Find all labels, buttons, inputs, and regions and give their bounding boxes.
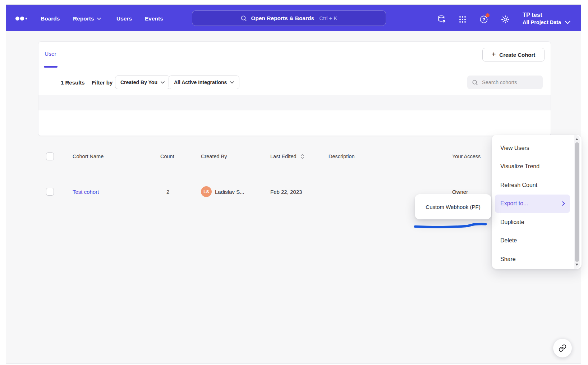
- row-checkbox[interactable]: [46, 188, 54, 196]
- avatar: LS: [201, 186, 212, 197]
- table-row: Test cohort 2 LS Ladislav S... Feb 22, 2…: [38, 110, 551, 136]
- link-icon: [559, 344, 566, 352]
- logo-dot: [15, 17, 19, 20]
- column-count: Count: [160, 154, 174, 159]
- nav-events[interactable]: Events: [145, 15, 163, 22]
- column-created-by: Created By: [201, 154, 227, 159]
- global-search-bar[interactable]: Open Reports & Boards Ctrl + K: [192, 10, 386, 26]
- toolbar-divider: [86, 77, 86, 87]
- chevron-right-icon: [562, 201, 565, 206]
- select-all-checkbox[interactable]: [46, 152, 54, 160]
- scroll-down-arrow[interactable]: [575, 264, 578, 266]
- create-cohort-button[interactable]: + Create Cohort: [482, 48, 545, 61]
- project-name: TP test: [523, 11, 561, 19]
- menu-item-view-users[interactable]: View Users: [492, 139, 574, 158]
- menu-item-visualize-trend[interactable]: Visualize Trend: [492, 158, 574, 176]
- project-scope: All Project Data: [523, 19, 561, 26]
- copy-link-button[interactable]: [553, 339, 572, 357]
- cohorts-card: User + Create Cohort 1 Results Filter by…: [38, 41, 551, 136]
- menu-item-share[interactable]: Share: [492, 250, 574, 269]
- results-count: 1 Results: [61, 79, 85, 86]
- global-search-label: Open Reports & Boards: [251, 15, 314, 22]
- cohort-search-input[interactable]: [481, 79, 538, 86]
- scrollbar-thumb[interactable]: [575, 142, 579, 262]
- nav-reports[interactable]: Reports: [73, 15, 101, 22]
- plus-icon: +: [492, 51, 496, 58]
- nav-boards[interactable]: Boards: [41, 15, 60, 22]
- chevron-down-icon: [161, 81, 165, 84]
- submenu-item-custom-webhook[interactable]: Custom Webhook (PF): [426, 204, 480, 210]
- menu-scrollbar[interactable]: [574, 135, 580, 269]
- cohort-name-link[interactable]: Test cohort: [73, 189, 99, 195]
- top-navbar: Boards Reports Users Events Open Reports…: [6, 5, 581, 31]
- cohort-search-box: [467, 76, 543, 89]
- notification-badge: [486, 13, 490, 17]
- sort-updown-icon[interactable]: [300, 154, 304, 159]
- column-description: Description: [329, 154, 355, 159]
- tabbar-divider: [38, 69, 551, 69]
- export-submenu[interactable]: Custom Webhook (PF): [415, 194, 491, 219]
- column-last-edited: Last Edited: [270, 154, 297, 159]
- screenshot-root: Boards Reports Users Events Open Reports…: [0, 0, 588, 365]
- svg-text:?: ?: [482, 17, 485, 22]
- chevron-down-icon[interactable]: [565, 19, 570, 26]
- scroll-up-arrow[interactable]: [575, 138, 578, 140]
- integrations-filter[interactable]: All Active Integrations: [169, 76, 239, 89]
- mixpanel-logo[interactable]: [15, 17, 27, 20]
- chevron-down-icon: [97, 18, 101, 20]
- created-by-filter[interactable]: Created By You: [115, 76, 170, 89]
- active-tab-indicator: [44, 66, 58, 68]
- context-menu-list: View Users Visualize Trend Refresh Count…: [492, 139, 574, 269]
- filter-by-label: Filter by: [92, 79, 112, 86]
- settings-gear-icon[interactable]: [500, 14, 510, 24]
- logo-dot: [20, 17, 24, 20]
- table-header-row: Cohort Name Count Created By Last Edited…: [38, 95, 551, 110]
- global-search-shortcut: Ctrl + K: [319, 15, 337, 21]
- chevron-down-icon: [230, 81, 234, 84]
- search-icon: [240, 15, 247, 22]
- column-your-access: Your Access: [452, 154, 481, 159]
- project-switcher[interactable]: TP test All Project Data: [523, 11, 561, 26]
- apps-grid-icon[interactable]: [458, 14, 468, 24]
- database-gear-icon[interactable]: [437, 14, 447, 24]
- cohort-count: 2: [166, 189, 169, 195]
- nav-users[interactable]: Users: [116, 15, 132, 22]
- help-icon[interactable]: ?: [479, 14, 489, 24]
- access-cell: Owner: [452, 189, 468, 195]
- logo-dot: [26, 18, 27, 19]
- menu-item-delete[interactable]: Delete: [492, 232, 574, 250]
- menu-item-duplicate[interactable]: Duplicate: [492, 213, 574, 232]
- menu-item-export-to[interactable]: Export to...: [495, 195, 570, 213]
- created-by-name: Ladislav S...: [215, 189, 244, 195]
- menu-item-refresh-count[interactable]: Refresh Count: [492, 176, 574, 195]
- last-edited-date: Feb 22, 2023: [270, 189, 302, 195]
- tab-user[interactable]: User: [45, 51, 56, 57]
- column-cohort-name: Cohort Name: [73, 154, 104, 159]
- search-icon: [472, 79, 478, 86]
- row-context-menu: View Users Visualize Trend Refresh Count…: [492, 135, 582, 269]
